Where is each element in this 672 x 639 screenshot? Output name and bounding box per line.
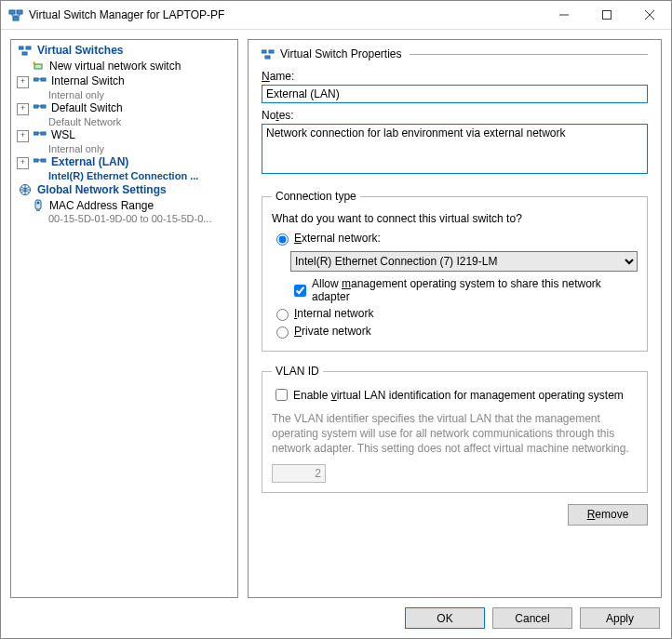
adapter-select[interactable]: Intel(R) Ethernet Connection (7) I219-LM: [290, 251, 638, 272]
vlan-legend: VLAN ID: [272, 365, 323, 378]
radio-internal[interactable]: Internal network: [272, 306, 638, 321]
vlan-group: VLAN ID Enable virtual LAN identificatio…: [262, 365, 648, 493]
tree-item-default-switch[interactable]: + Default Switch: [11, 100, 237, 116]
vlan-id-input: [272, 464, 326, 483]
properties-header: Virtual Switch Properties: [262, 47, 648, 60]
window-title: Virtual Switch Manager for LAPTOP-PF: [29, 8, 224, 21]
svg-rect-19: [36, 209, 40, 211]
mac-icon: [31, 199, 46, 212]
titlebar: Virtual Switch Manager for LAPTOP-PF: [1, 1, 671, 30]
svg-rect-3: [603, 11, 612, 20]
svg-rect-0: [9, 10, 15, 14]
properties-pane: Virtual Switch Properties Name: Notes: N…: [248, 39, 662, 598]
vlan-enable-row[interactable]: Enable virtual LAN identification for ma…: [272, 386, 638, 404]
remove-button[interactable]: Remove: [568, 504, 648, 526]
svg-point-18: [37, 202, 40, 205]
tree-item-sub: Internal only: [11, 89, 237, 100]
tree-header-global-settings[interactable]: Global Network Settings: [11, 181, 237, 198]
tree-item-wsl[interactable]: + WSL: [11, 127, 237, 143]
switch-icon: [33, 128, 47, 141]
connection-question: What do you want to connect this virtual…: [272, 212, 638, 225]
radio-private-input[interactable]: [276, 326, 289, 339]
dialog-footer: OK Cancel Apply: [1, 598, 671, 638]
svg-rect-13: [41, 132, 46, 135]
app-icon: [8, 7, 23, 22]
tree-item-sub: 00-15-5D-01-9D-00 to 00-15-5D-0...: [11, 213, 237, 224]
switch-icon: [33, 101, 47, 114]
minimize-button[interactable]: [543, 1, 585, 29]
tree-item-label: Default Switch: [51, 101, 123, 114]
tree-item-sub: Intel(R) Ethernet Connection ...: [11, 170, 237, 181]
switch-icon: [33, 155, 47, 168]
expand-icon[interactable]: +: [17, 157, 29, 169]
vlan-enable-checkbox[interactable]: [276, 389, 288, 401]
properties-header-label: Virtual Switch Properties: [280, 47, 402, 60]
radio-internal-input[interactable]: [276, 309, 289, 321]
ok-button[interactable]: OK: [405, 607, 485, 629]
expand-icon[interactable]: +: [17, 103, 29, 115]
tree-header-label: Global Network Settings: [37, 183, 167, 196]
window: Virtual Switch Manager for LAPTOP-PF Vir…: [0, 0, 672, 639]
tree-header-virtual-switches[interactable]: Virtual Switches: [11, 42, 237, 59]
switch-icon: [33, 74, 47, 87]
svg-rect-9: [41, 78, 46, 81]
allow-mgmt-checkbox[interactable]: [294, 285, 306, 297]
svg-rect-15: [41, 159, 46, 162]
allow-mgmt-row[interactable]: Allow management operating system to sha…: [290, 277, 638, 303]
connection-type-legend: Connection type: [272, 190, 360, 203]
notes-input[interactable]: Network connection for lab environment v…: [262, 124, 648, 174]
tree-item-mac-range[interactable]: MAC Address Range: [11, 198, 237, 213]
tree-item-label: New virtual network switch: [49, 60, 181, 73]
radio-external[interactable]: External network:: [272, 231, 638, 246]
connection-type-group: Connection type What do you want to conn…: [262, 190, 648, 352]
tree-header-label: Virtual Switches: [37, 44, 123, 57]
tree-item-sub: Internal only: [11, 143, 237, 154]
tree-item-external-lan[interactable]: + External (LAN): [11, 154, 237, 170]
radio-external-input[interactable]: [276, 233, 289, 246]
name-label: Name:: [262, 70, 648, 83]
svg-rect-14: [34, 159, 38, 162]
new-switch-icon: [31, 60, 46, 73]
radio-private[interactable]: Private network: [272, 324, 638, 339]
cancel-button[interactable]: Cancel: [492, 607, 572, 629]
tree-item-label: MAC Address Range: [49, 199, 154, 212]
svg-rect-1: [17, 10, 22, 14]
expand-icon[interactable]: +: [17, 130, 29, 142]
svg-rect-12: [34, 132, 38, 135]
tree-item-label: Internal Switch: [51, 74, 125, 87]
svg-rect-10: [34, 105, 38, 108]
svg-rect-20: [262, 50, 266, 53]
radio-label: External network:: [294, 232, 381, 245]
svg-rect-22: [265, 56, 270, 59]
apply-button[interactable]: Apply: [580, 607, 660, 629]
switch-tree[interactable]: Virtual Switches New virtual network swi…: [10, 39, 238, 598]
name-input[interactable]: [262, 85, 648, 103]
svg-rect-11: [41, 105, 46, 108]
radio-label: Internal network: [294, 307, 373, 320]
svg-rect-6: [22, 52, 27, 55]
svg-rect-4: [19, 47, 23, 49]
maximize-button[interactable]: [585, 1, 628, 29]
svg-rect-2: [13, 17, 19, 20]
radio-label: Private network: [294, 325, 371, 338]
notes-label: Notes:: [262, 109, 648, 122]
svg-rect-8: [34, 78, 38, 81]
tree-new-switch[interactable]: New virtual network switch: [11, 59, 237, 73]
tree-item-label: WSL: [51, 128, 75, 141]
expand-icon[interactable]: +: [17, 76, 29, 88]
close-button[interactable]: [628, 1, 671, 29]
checkbox-label: Enable virtual LAN identification for ma…: [293, 389, 624, 402]
tree-item-label: External (LAN): [51, 155, 128, 168]
svg-rect-5: [26, 47, 31, 49]
tree-item-internal-switch[interactable]: + Internal Switch: [11, 73, 237, 89]
tree-item-sub: Default Network: [11, 116, 237, 127]
svg-rect-21: [269, 50, 274, 53]
vlan-description: The VLAN identifier specifies the virtua…: [272, 411, 638, 457]
checkbox-label: Allow management operating system to sha…: [312, 277, 638, 303]
